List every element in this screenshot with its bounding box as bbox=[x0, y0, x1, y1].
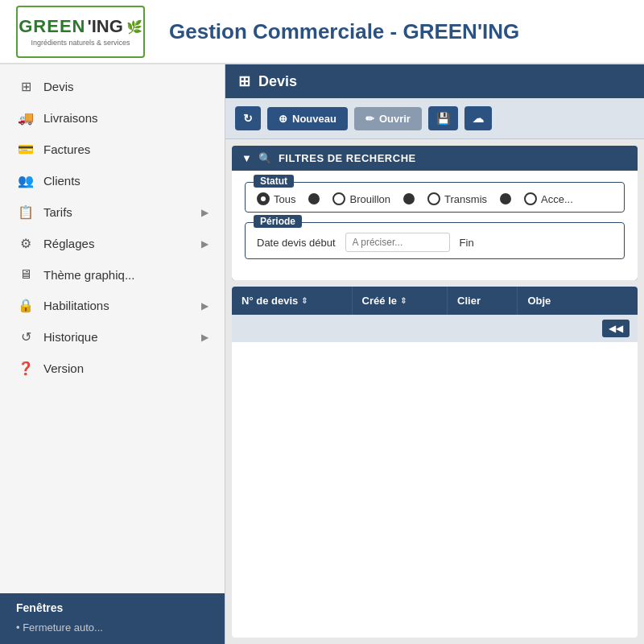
refresh-button[interactable]: ↻ bbox=[235, 106, 261, 130]
content-header-icon: ⊞ bbox=[238, 72, 250, 90]
sidebar-item-label-historique: Historique bbox=[43, 330, 98, 344]
radio-acce-circle bbox=[524, 192, 537, 205]
th-client-label: Clier bbox=[457, 295, 481, 307]
filters-body: Statut Tous Brouillon bbox=[232, 171, 638, 280]
sidebar-item-reglages[interactable]: ⚙ Réglages ▶ bbox=[0, 228, 225, 259]
main-layout: ⊞ Devis 🚚 Livraisons 💳 Factures 👥 Client… bbox=[0, 64, 644, 644]
fenetre-title: Fenêtres bbox=[16, 601, 208, 614]
save-button[interactable]: 💾 bbox=[428, 106, 458, 130]
th-client[interactable]: Clier bbox=[448, 287, 518, 315]
pencil-icon: ✏ bbox=[365, 113, 374, 125]
fenetre-item1[interactable]: • Fermeture auto... bbox=[16, 619, 208, 636]
filter-collapse-icon: ▼ bbox=[242, 152, 252, 164]
radio-transmis[interactable]: Transmis bbox=[427, 192, 487, 205]
logo-leaf-icon: 🌿 bbox=[126, 19, 142, 35]
separator-dot-1 bbox=[308, 193, 320, 204]
th-cree-label: Créé le bbox=[362, 295, 397, 307]
sidebar-item-label-livraisons: Livraisons bbox=[43, 111, 98, 125]
plus-icon: ⊕ bbox=[279, 113, 287, 125]
sidebar-item-clients[interactable]: 👥 Clients bbox=[0, 165, 225, 196]
sidebar-item-label-devis: Devis bbox=[43, 80, 74, 93]
refresh-icon: ↻ bbox=[243, 112, 253, 125]
filters-header[interactable]: ▼ 🔍 FILTRES DE RECHERCHE bbox=[232, 146, 638, 171]
livraisons-icon: 🚚 bbox=[16, 110, 35, 126]
sidebar-item-label-factures: Factures bbox=[43, 142, 90, 156]
radio-transmis-label: Transmis bbox=[444, 193, 487, 205]
logo-top: GREEN 'ING 🌿 bbox=[19, 16, 142, 37]
th-devis[interactable]: N° de devis ⇕ bbox=[232, 287, 353, 315]
th-objet-label: Obje bbox=[527, 295, 551, 307]
sidebar-item-tarifs[interactable]: 📋 Tarifs ▶ bbox=[0, 196, 225, 228]
upload-button[interactable]: ☁ bbox=[464, 106, 492, 130]
app-header: GREEN 'ING 🌿 Ingrédients naturels & serv… bbox=[0, 0, 644, 64]
open-button[interactable]: ✏ Ouvrir bbox=[354, 107, 422, 130]
date-start-label: Date devis début bbox=[257, 237, 336, 249]
radio-transmis-circle bbox=[427, 192, 440, 205]
radio-brouillon[interactable]: Brouillon bbox=[332, 192, 390, 205]
sidebar-item-label-clients: Clients bbox=[43, 174, 80, 188]
results-table: N° de devis ⇕ Créé le ⇕ Clier Obje ◀◀ bbox=[232, 287, 638, 638]
tarifs-icon: 📋 bbox=[16, 204, 35, 220]
separator-dot-2 bbox=[403, 193, 415, 204]
periode-legend: Période bbox=[254, 215, 302, 228]
periode-row: Date devis début Fin bbox=[257, 229, 613, 252]
date-end-label: Fin bbox=[460, 237, 474, 249]
historique-arrow-icon: ▶ bbox=[201, 332, 208, 343]
sidebar-item-factures[interactable]: 💳 Factures bbox=[0, 134, 225, 165]
statut-legend: Statut bbox=[254, 175, 294, 188]
habilitations-icon: 🔒 bbox=[16, 298, 35, 313]
first-page-button[interactable]: ◀◀ bbox=[602, 320, 630, 337]
sidebar-item-label-habilitations: Habilitations bbox=[43, 299, 109, 312]
save-icon: 💾 bbox=[436, 112, 450, 125]
th-devis-sort-icon: ⇕ bbox=[301, 296, 308, 305]
th-devis-label: N° de devis bbox=[242, 295, 298, 307]
table-header: N° de devis ⇕ Créé le ⇕ Clier Obje bbox=[232, 287, 638, 315]
reglages-arrow-icon: ▶ bbox=[201, 238, 208, 250]
sidebar-item-habilitations[interactable]: 🔒 Habilitations ▶ bbox=[0, 290, 225, 321]
th-cree[interactable]: Créé le ⇕ bbox=[353, 287, 448, 315]
open-button-label: Ouvrir bbox=[379, 113, 411, 125]
filters-section: ▼ 🔍 FILTRES DE RECHERCHE Statut Tous bbox=[232, 146, 638, 280]
radio-acce-label: Acce... bbox=[541, 193, 573, 205]
sidebar-nav: ⊞ Devis 🚚 Livraisons 💳 Factures 👥 Client… bbox=[0, 64, 225, 593]
logo-ing-text: 'ING bbox=[87, 16, 122, 37]
clients-icon: 👥 bbox=[16, 173, 35, 188]
sidebar-item-historique[interactable]: ↺ Historique ▶ bbox=[0, 321, 225, 353]
logo-green-text: GREEN bbox=[19, 16, 85, 37]
sidebar-item-label-reglages: Réglages bbox=[43, 237, 94, 250]
date-start-input[interactable] bbox=[345, 233, 450, 252]
first-page-icon: ◀◀ bbox=[609, 323, 623, 334]
app-title: Gestion Commerciale - GREEN'ING bbox=[169, 19, 519, 44]
reglages-icon: ⚙ bbox=[16, 236, 35, 251]
sidebar-item-livraisons[interactable]: 🚚 Livraisons bbox=[0, 102, 225, 134]
new-button-label: Nouveau bbox=[292, 113, 336, 125]
pagination-bar: ◀◀ bbox=[232, 315, 638, 342]
radio-tous-circle bbox=[257, 192, 270, 205]
statut-radio-row: Tous Brouillon Transmis bbox=[257, 189, 613, 205]
logo-subtitle: Ingrédients naturels & services bbox=[31, 39, 130, 47]
separator-dot-3 bbox=[500, 193, 511, 204]
radio-acce[interactable]: Acce... bbox=[524, 192, 573, 205]
radio-brouillon-circle bbox=[332, 192, 345, 205]
sidebar-footer: Fenêtres • Fermeture auto... bbox=[0, 593, 225, 644]
radio-tous-label: Tous bbox=[274, 193, 295, 205]
filter-search-icon: 🔍 bbox=[258, 152, 272, 164]
upload-icon: ☁ bbox=[473, 112, 484, 125]
radio-tous[interactable]: Tous bbox=[257, 192, 295, 205]
th-objet[interactable]: Obje bbox=[518, 287, 638, 315]
logo: GREEN 'ING 🌿 Ingrédients naturels & serv… bbox=[16, 6, 145, 58]
sidebar-item-devis[interactable]: ⊞ Devis bbox=[0, 71, 225, 102]
historique-icon: ↺ bbox=[16, 329, 35, 345]
content-area: ⊞ Devis ↻ ⊕ Nouveau ✏ Ouvrir 💾 ☁ bbox=[225, 64, 644, 644]
sidebar-item-label-tarifs: Tarifs bbox=[43, 205, 72, 219]
radio-brouillon-label: Brouillon bbox=[349, 193, 390, 205]
new-button[interactable]: ⊕ Nouveau bbox=[267, 107, 348, 130]
sidebar-item-theme[interactable]: 🖥 Thème graphiq... bbox=[0, 259, 225, 290]
factures-icon: 💳 bbox=[16, 142, 35, 157]
devis-icon: ⊞ bbox=[16, 79, 35, 94]
tarifs-arrow-icon: ▶ bbox=[201, 207, 208, 218]
toolbar: ↻ ⊕ Nouveau ✏ Ouvrir 💾 ☁ bbox=[225, 98, 644, 139]
sidebar-item-version[interactable]: ❓ Version bbox=[0, 353, 225, 384]
filters-title: FILTRES DE RECHERCHE bbox=[279, 152, 416, 164]
sidebar-item-label-theme: Thème graphiq... bbox=[43, 268, 134, 282]
